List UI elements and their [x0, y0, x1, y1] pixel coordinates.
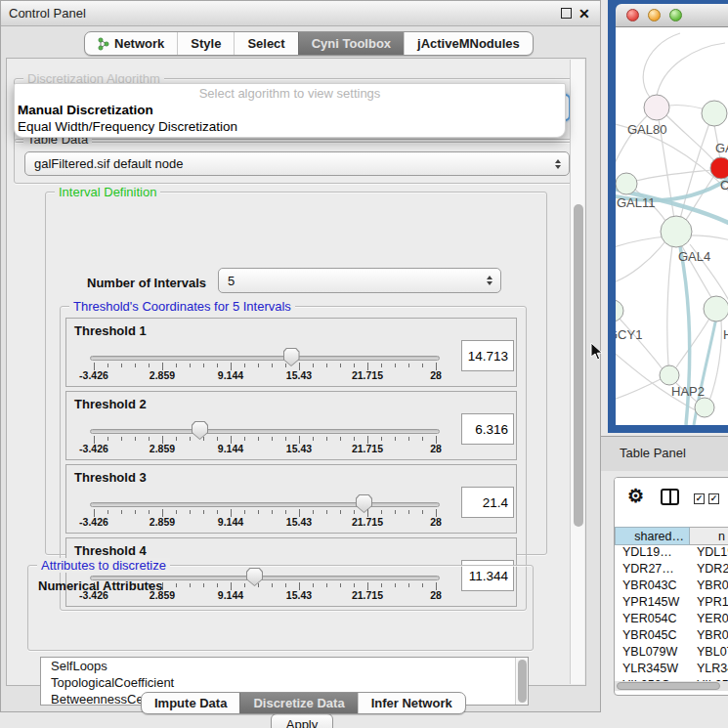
- table-row[interactable]: YPR145WYPR145W: [615, 595, 728, 612]
- column-header-shared-name[interactable]: shared…: [615, 527, 690, 545]
- table-row[interactable]: YDL19…YDL19…: [615, 545, 728, 562]
- node-hap2[interactable]: [660, 365, 679, 385]
- network-window-titlebar[interactable]: [616, 4, 728, 27]
- minimize-traffic-light[interactable]: [648, 9, 661, 21]
- table-row[interactable]: YBR045CYBR045C: [615, 628, 728, 645]
- node-label: GCY1: [616, 327, 642, 342]
- threshold-value-field[interactable]: [461, 487, 514, 518]
- table-row[interactable]: YLR345WYLR345W: [615, 662, 728, 678]
- slider-tick-label: 15.43: [286, 443, 312, 454]
- bottom-tab-label: Impute Data: [154, 696, 227, 710]
- table-row[interactable]: YER054CYER054C: [615, 612, 728, 628]
- list-item[interactable]: TopologicalCoefficient: [41, 674, 528, 691]
- slider-tick-label: -3.426: [79, 516, 108, 528]
- checkbox-icon[interactable]: ✓: [694, 493, 705, 504]
- algorithm-option-equal-width[interactable]: Equal Width/Frequency Discretization: [18, 119, 237, 134]
- node-bottom[interactable]: [695, 398, 714, 417]
- cell-shared-name: YDR27…: [615, 562, 690, 578]
- node-top-right[interactable]: [702, 101, 727, 126]
- node-gal11[interactable]: [616, 173, 637, 194]
- slider-tick: [340, 437, 341, 441]
- node-gal4[interactable]: [661, 216, 692, 247]
- network-edge: [643, 33, 680, 106]
- tab-label: Select: [247, 36, 284, 51]
- network-edge: [667, 246, 672, 365]
- table-data-select[interactable]: galFiltered.sif default node: [24, 151, 570, 176]
- content-scrollbar[interactable]: [570, 60, 584, 684]
- table-hscrollbar[interactable]: [615, 681, 728, 691]
- slider-track[interactable]: [90, 429, 440, 434]
- table-hscrollbar-thumb[interactable]: [617, 682, 720, 690]
- slider-tick: [313, 364, 314, 367]
- slider-track[interactable]: [90, 502, 440, 507]
- table-row[interactable]: YBL079WYBL079W: [615, 645, 728, 662]
- slider-tick: [121, 510, 122, 514]
- slider-tick: [107, 364, 108, 367]
- cell-name: YPR145W: [690, 595, 728, 612]
- slider-tick-label: 21.715: [352, 516, 383, 528]
- algorithm-option-manual[interactable]: Manual Discretization: [18, 103, 153, 117]
- node-label: GAL80: [627, 122, 666, 137]
- close-traffic-light[interactable]: [626, 9, 639, 21]
- top-tab-bar: NetworkStyleSelectCyni ToolboxjActiveMNo…: [84, 31, 534, 56]
- close-icon[interactable]: ✕: [578, 5, 590, 22]
- attributes-scrollbar-thumb[interactable]: [518, 660, 527, 703]
- threshold-value-field[interactable]: [461, 413, 514, 445]
- node-label: GAL11: [617, 195, 656, 210]
- slider-thumb[interactable]: [192, 421, 208, 440]
- table-panel-titlebar[interactable]: Table Panel: [601, 436, 728, 471]
- columns-icon[interactable]: [661, 489, 679, 505]
- slider-tick: [149, 364, 150, 367]
- slider-tick: [244, 364, 245, 367]
- slider-tick: [135, 510, 136, 514]
- tab-style[interactable]: Style: [177, 32, 234, 55]
- table-row[interactable]: YDR27…YDR27…: [615, 562, 728, 578]
- table-data-group: Table Data galFiltered.sif default node: [14, 139, 578, 184]
- slider-tick: [354, 437, 355, 441]
- column-header-name[interactable]: n: [690, 527, 728, 545]
- control-panel-titlebar[interactable]: Control Panel ✕: [1, 1, 600, 26]
- slider-tick-label: 2.859: [150, 516, 175, 528]
- node-red[interactable]: [710, 157, 728, 179]
- slider-tick: [326, 510, 327, 514]
- table-row[interactable]: YBR043CYBR043C: [615, 578, 728, 595]
- slider-tick: [395, 437, 396, 441]
- bottom-tab-infer-network[interactable]: Infer Network: [358, 693, 465, 713]
- slider-track[interactable]: [90, 356, 440, 361]
- slider-tick: [285, 364, 286, 367]
- node-label: HAP2: [671, 384, 705, 399]
- slider-thumb[interactable]: [356, 494, 372, 513]
- table-rows: YDL19…YDL19…YDR27…YDR27…YBR043CYBR043CYP…: [615, 545, 728, 681]
- node-label: C: [720, 178, 728, 193]
- list-item[interactable]: SelfLoops: [41, 658, 528, 674]
- tab-select[interactable]: Select: [234, 32, 297, 55]
- apply-button[interactable]: Apply: [271, 713, 333, 728]
- table-panel-toolbar: ⚙ ✓ ✓: [615, 478, 728, 523]
- tab-network[interactable]: Network: [85, 32, 177, 55]
- node-gcy1[interactable]: [616, 300, 623, 321]
- tab-jactivemnodules[interactable]: jActiveMNodules: [404, 32, 533, 55]
- node-right-mid[interactable]: [704, 296, 728, 321]
- slider-tick: [135, 437, 136, 441]
- bottom-tab-impute-data[interactable]: Impute Data: [142, 693, 239, 713]
- attributes-scrollbar[interactable]: [515, 658, 528, 705]
- node-gal80[interactable]: [644, 95, 669, 120]
- node-label: GAL4: [678, 249, 710, 264]
- float-window-icon[interactable]: [561, 8, 572, 19]
- content-scrollbar-thumb[interactable]: [574, 204, 583, 527]
- threshold-panel-2: Threshold 2-3.4262.8599.14415.4321.71528: [65, 391, 517, 460]
- zoom-traffic-light[interactable]: [669, 9, 682, 21]
- slider-tick: [381, 510, 382, 514]
- slider-tick: [149, 437, 150, 441]
- gear-icon[interactable]: ⚙: [627, 485, 644, 507]
- slider-tick: [203, 510, 204, 514]
- number-of-intervals-select[interactable]: 5: [218, 268, 501, 293]
- checkbox-icon[interactable]: ✓: [708, 493, 719, 504]
- tab-cyni-toolbox[interactable]: Cyni Toolbox: [298, 32, 404, 55]
- slider-tick-label: -3.426: [79, 369, 108, 381]
- bottom-tab-discretize-data[interactable]: Discretize Data: [239, 693, 357, 713]
- slider-tick: [135, 364, 136, 367]
- network-canvas[interactable]: GAL80GACGAL11GAL4GCY1HHAP2: [616, 27, 728, 425]
- threshold-value-field[interactable]: [461, 340, 514, 371]
- node-label: GA: [715, 141, 728, 155]
